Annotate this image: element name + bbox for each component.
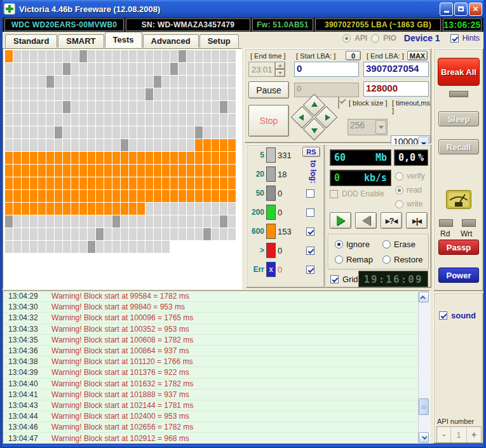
power-button[interactable]: Power bbox=[438, 268, 479, 283]
seek-test-icon: ▸?◂ bbox=[386, 216, 397, 226]
block-cell bbox=[79, 88, 87, 100]
block-cell bbox=[154, 165, 161, 177]
block-cell bbox=[179, 215, 186, 227]
passp-button[interactable]: Passp bbox=[438, 240, 479, 255]
write-radio[interactable] bbox=[395, 200, 403, 208]
api-number-minus-button[interactable]: - bbox=[437, 427, 451, 442]
to-log-checkbox-200[interactable] bbox=[306, 208, 314, 217]
title-bar[interactable]: Victoria 4.46b Freeware (12.08.2008) ✕ bbox=[0, 0, 486, 18]
log-timestamp: 13:04:29 bbox=[3, 292, 51, 301]
end-lba-input[interactable]: 3907027054 bbox=[363, 62, 429, 77]
histogram-color-block bbox=[266, 166, 276, 182]
tab-tests[interactable]: Tests bbox=[105, 32, 142, 48]
rs-button[interactable]: RS bbox=[302, 147, 320, 157]
sound-checkbox[interactable] bbox=[439, 311, 447, 320]
start-lba-input[interactable]: 0 bbox=[294, 62, 359, 77]
block-cell bbox=[195, 215, 203, 227]
minimize-button[interactable] bbox=[440, 3, 453, 16]
seek-test-button[interactable]: ▸?◂ bbox=[381, 212, 402, 229]
block-cell bbox=[63, 241, 71, 253]
to-log-checkbox-50[interactable] bbox=[306, 189, 314, 198]
block-cell bbox=[46, 241, 54, 253]
percent-display: 0,0 % bbox=[394, 149, 428, 166]
tab-setup[interactable]: Setup bbox=[199, 34, 239, 48]
block-cell bbox=[179, 152, 186, 164]
ignore-radio[interactable] bbox=[335, 240, 343, 248]
start-test-button[interactable] bbox=[330, 212, 351, 229]
block-cell bbox=[71, 177, 79, 189]
sleep-button[interactable]: Sleep bbox=[438, 111, 479, 126]
seek-stop-button[interactable]: ▸|◂ bbox=[406, 212, 428, 229]
tab-standard[interactable]: Standard bbox=[5, 34, 57, 48]
block-cell bbox=[137, 76, 145, 88]
log-scrollbar[interactable] bbox=[418, 292, 429, 443]
end-time-up-button[interactable] bbox=[275, 62, 285, 69]
close-button[interactable]: ✕ bbox=[469, 3, 482, 16]
log-row: 13:04:38Warning! Block start at 101120 =… bbox=[3, 356, 429, 367]
block-map-row bbox=[5, 165, 241, 177]
block-size-combo[interactable]: 256 bbox=[348, 119, 388, 135]
pio-radio[interactable] bbox=[371, 34, 379, 43]
block-cell bbox=[38, 63, 46, 75]
end-time-down-button[interactable] bbox=[275, 69, 285, 77]
block-cell bbox=[170, 177, 178, 189]
pause-button[interactable]: Pause bbox=[248, 81, 289, 98]
loop-checkbox[interactable] bbox=[338, 97, 339, 109]
api-number-plus-button[interactable]: + bbox=[467, 427, 481, 442]
ddd-checkbox[interactable] bbox=[330, 190, 338, 198]
block-cell bbox=[162, 63, 170, 75]
api-radio[interactable] bbox=[342, 34, 351, 43]
verify-radio[interactable] bbox=[395, 172, 403, 180]
block-cell bbox=[187, 88, 194, 100]
maximize-button[interactable] bbox=[454, 3, 468, 16]
restore-radio[interactable] bbox=[382, 255, 391, 264]
elapsed-time-display: 19:16:09 bbox=[358, 271, 428, 287]
tab-advanced[interactable]: Advanced bbox=[143, 34, 199, 48]
log-message: Warning! Block start at 102144 = 1781 ms bbox=[51, 401, 193, 410]
block-cell bbox=[145, 63, 153, 75]
start-lba-zero-button[interactable]: 0 bbox=[346, 51, 361, 60]
to-log-checkbox->[interactable] bbox=[306, 247, 314, 255]
block-size-dropdown-icon[interactable] bbox=[375, 120, 386, 134]
block-cell bbox=[179, 126, 186, 139]
block-cell bbox=[179, 114, 186, 126]
sound-row: sound bbox=[439, 311, 476, 320]
end-time-spinner[interactable]: 23:01 bbox=[248, 62, 285, 77]
block-map bbox=[5, 50, 241, 254]
back-button[interactable] bbox=[355, 212, 377, 229]
remap-radio[interactable] bbox=[335, 255, 343, 264]
block-map-row bbox=[5, 228, 241, 241]
block-cell bbox=[30, 50, 37, 62]
read-radio[interactable] bbox=[395, 186, 403, 194]
block-cell bbox=[220, 139, 227, 151]
block-cell bbox=[13, 126, 21, 139]
hints-checkbox[interactable] bbox=[450, 34, 459, 43]
down-triangle-icon bbox=[311, 128, 318, 133]
log-timestamp: 13:04:33 bbox=[3, 325, 51, 334]
block-cell bbox=[129, 63, 137, 75]
tab-smart[interactable]: SMART bbox=[58, 34, 104, 48]
erase-radio[interactable] bbox=[382, 240, 391, 248]
block-map-row bbox=[5, 139, 241, 152]
block-cell bbox=[121, 139, 128, 151]
to-log-checkbox-err[interactable] bbox=[306, 266, 314, 274]
block-cell bbox=[104, 177, 112, 189]
back-icon bbox=[362, 215, 370, 226]
scroll-up-button[interactable] bbox=[419, 292, 429, 302]
scroll-down-button[interactable] bbox=[419, 432, 429, 443]
block-cell bbox=[13, 190, 21, 202]
scroll-thumb[interactable] bbox=[419, 398, 429, 415]
block-cell bbox=[22, 241, 29, 253]
recall-button[interactable]: Recall bbox=[438, 139, 479, 154]
histogram-color-block bbox=[266, 147, 276, 163]
max-button[interactable]: MAX bbox=[407, 51, 428, 60]
jump-size-input[interactable]: 128000 bbox=[363, 81, 429, 97]
grid-checkbox[interactable] bbox=[330, 275, 339, 283]
histogram-row-200: 2000 bbox=[248, 204, 282, 221]
block-cell bbox=[79, 76, 87, 88]
block-cell bbox=[88, 177, 95, 189]
stop-button[interactable]: Stop bbox=[248, 105, 289, 137]
break-all-button[interactable]: Break All bbox=[438, 58, 480, 86]
to-log-checkbox-600[interactable] bbox=[306, 227, 314, 236]
timing-histogram-panel: RS to log: 533120185002000600153>0Errx0 bbox=[246, 144, 325, 288]
